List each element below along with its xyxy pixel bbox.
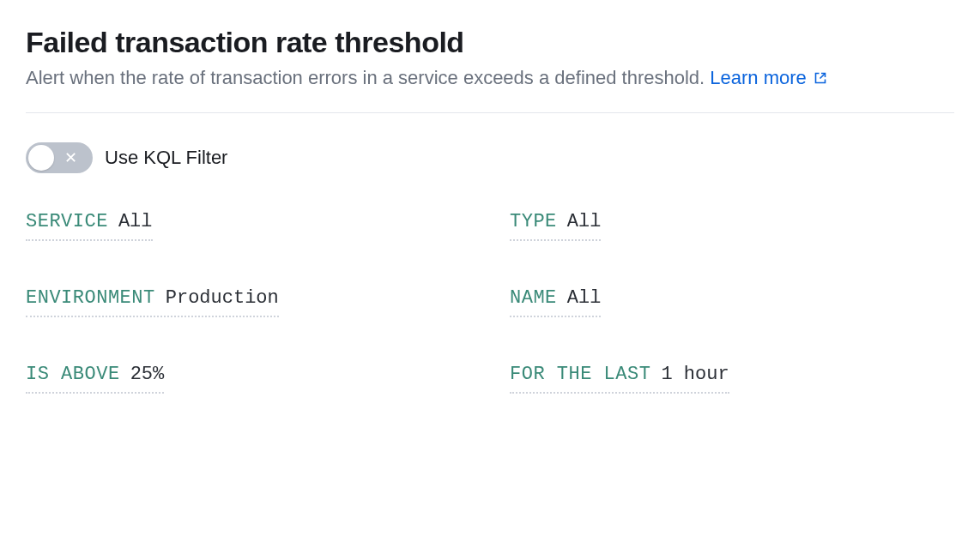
environment-field-value: Production xyxy=(166,287,279,309)
is-above-field-label: IS ABOVE xyxy=(26,364,120,385)
is-above-field[interactable]: IS ABOVE 25% xyxy=(26,364,164,394)
close-icon: ✕ xyxy=(64,150,77,166)
for-the-last-field-label: FOR THE LAST xyxy=(510,364,650,385)
fields-grid: SERVICE All TYPE All ENVIRONMENT Product… xyxy=(26,211,954,394)
name-field-value: All xyxy=(567,287,602,309)
environment-field-label: ENVIRONMENT xyxy=(26,287,155,309)
subtitle-text: Alert when the rate of transaction error… xyxy=(26,67,710,88)
page-title: Failed transaction rate threshold xyxy=(26,26,954,59)
for-the-last-field-value: 1 hour xyxy=(661,364,729,385)
is-above-field-value: 25% xyxy=(130,364,165,385)
kql-filter-toggle[interactable]: ✕ xyxy=(26,142,93,173)
environment-field[interactable]: ENVIRONMENT Production xyxy=(26,287,279,317)
external-link-icon xyxy=(814,71,827,85)
header: Failed transaction rate threshold Alert … xyxy=(26,26,954,92)
page-subtitle: Alert when the rate of transaction error… xyxy=(26,64,954,92)
learn-more-link[interactable]: Learn more xyxy=(710,67,827,88)
type-field[interactable]: TYPE All xyxy=(510,211,601,241)
type-field-label: TYPE xyxy=(510,211,557,232)
service-field[interactable]: SERVICE All xyxy=(26,211,153,241)
for-the-last-field[interactable]: FOR THE LAST 1 hour xyxy=(510,364,729,394)
type-field-value: All xyxy=(567,211,602,232)
divider xyxy=(26,112,954,113)
name-field[interactable]: NAME All xyxy=(510,287,601,317)
name-field-label: NAME xyxy=(510,287,557,309)
service-field-label: SERVICE xyxy=(26,211,108,232)
service-field-value: All xyxy=(118,211,153,232)
kql-filter-toggle-row: ✕ Use KQL Filter xyxy=(26,142,954,173)
kql-filter-toggle-label: Use KQL Filter xyxy=(105,147,227,169)
toggle-knob xyxy=(28,145,54,171)
